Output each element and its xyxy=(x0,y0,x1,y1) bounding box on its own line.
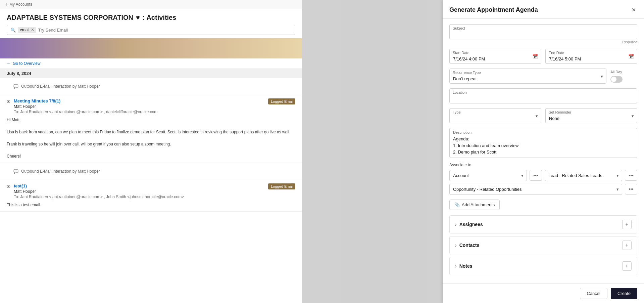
lead-select[interactable]: Lead - Related Sales Leads xyxy=(545,170,622,181)
activities-list: July 8, 2024 💬 Outbound E-Mail Interacti… xyxy=(0,69,302,303)
subject-field: Subject Required xyxy=(449,24,637,44)
tag-text: email xyxy=(20,28,30,32)
chat-icon-2: 💬 xyxy=(13,169,18,174)
appointment-modal: Generate Appointment Agenda ✕ Subject Re… xyxy=(443,0,644,303)
assignees-chevron-icon: › xyxy=(455,222,457,227)
email-content-2: test(1) Matt Hooper To: Jani Rautiainen … xyxy=(14,183,265,199)
associate-label: Associate to xyxy=(449,163,637,167)
search-bar[interactable]: 🔍 email ✕ xyxy=(7,25,295,35)
create-button[interactable]: Create xyxy=(611,288,637,299)
assignees-label: Assignees xyxy=(459,222,483,227)
contacts-chevron-icon: › xyxy=(455,243,457,248)
all-day-label: All Day xyxy=(610,70,622,74)
modal-footer: Cancel Create xyxy=(443,284,644,303)
type-field: Type ▾ xyxy=(449,108,541,123)
list-item: ✉ Meeting Minutes 7/8(1) Matt Hooper To:… xyxy=(0,95,302,163)
description-label: Description xyxy=(453,130,472,134)
email-icon: ✉ xyxy=(7,99,10,114)
date-row: Start Date 📅 End Date 📅 xyxy=(449,49,637,64)
remove-tag-button[interactable]: ✕ xyxy=(31,28,34,32)
contacts-section: › Contacts + xyxy=(449,236,637,254)
list-item: ✉ test(1) Matt Hooper To: Jani Rautiaine… xyxy=(0,180,302,212)
add-assignee-button[interactable]: + xyxy=(622,220,632,229)
company-name: ADAPTABLE SYSTEMS CORPORATION xyxy=(7,14,133,21)
opportunity-more-options-button[interactable]: ••• xyxy=(625,184,637,194)
add-note-button[interactable]: + xyxy=(622,261,632,271)
modal-header: Generate Appointment Agenda ✕ xyxy=(443,0,644,19)
go-to-overview-button[interactable]: ← Go to Overview xyxy=(0,58,302,69)
search-icon: 🔍 xyxy=(10,28,16,33)
cancel-button[interactable]: Cancel xyxy=(580,288,607,299)
reminder-select[interactable]: None xyxy=(545,108,637,123)
recurrence-row: Recurrence Type Don't repeat ▾ All Day xyxy=(449,69,637,84)
add-contact-button[interactable]: + xyxy=(622,241,632,250)
up-arrow-icon: ↑ xyxy=(5,2,7,7)
account-select[interactable]: Account xyxy=(449,170,527,181)
left-panel: ↑ My Accounts ADAPTABLE SYSTEMS CORPORAT… xyxy=(0,0,302,303)
outbound-label-1: 💬 Outbound E-Mail Interaction by Matt Ho… xyxy=(7,81,295,91)
assignees-title: › Assignees xyxy=(455,222,483,227)
assignees-header[interactable]: › Assignees + xyxy=(450,216,637,233)
close-modal-button[interactable]: ✕ xyxy=(630,5,637,14)
page-subtitle: : Activities xyxy=(143,14,176,21)
all-day-field: All Day xyxy=(610,69,637,84)
reminder-field: Set Reminder None ▾ xyxy=(545,108,637,123)
start-date-calendar-icon[interactable]: 📅 xyxy=(532,54,538,59)
notes-header[interactable]: › Notes + xyxy=(450,257,637,275)
location-field: Location xyxy=(449,88,637,103)
assignees-section: › Assignees + xyxy=(449,215,637,233)
email-tag[interactable]: email ✕ xyxy=(18,27,36,33)
heart-icon: ♥ xyxy=(136,14,140,21)
right-panel: Generate Appointment Agenda ✕ Subject Re… xyxy=(302,0,644,303)
breadcrumb-bar: ↑ My Accounts xyxy=(0,0,302,9)
description-content[interactable]: Agenda: 1. Introduction and team overvie… xyxy=(453,136,634,156)
email-content-1: Meeting Minutes 7/8(1) Matt Hooper To: J… xyxy=(14,98,265,114)
email-body-2: This is a test email. xyxy=(7,202,295,208)
logged-badge-2: Logged Emai xyxy=(268,183,295,189)
breadcrumb-text[interactable]: My Accounts xyxy=(9,2,32,7)
chat-icon: 💬 xyxy=(13,84,18,89)
back-arrow-icon: ← xyxy=(7,61,11,66)
subject-input[interactable] xyxy=(449,24,637,39)
required-hint: Required xyxy=(449,40,637,44)
associate-row-1: Account ▾ ••• Lead - Related Sales Leads… xyxy=(449,170,637,181)
outbound-text-2: Outbound E-Mail Interaction by Matt Hoop… xyxy=(21,169,100,174)
type-select[interactable] xyxy=(449,108,541,123)
modal-title: Generate Appointment Agenda xyxy=(449,6,538,13)
date-header: July 8, 2024 xyxy=(0,69,302,78)
banner-image xyxy=(0,38,302,58)
add-attachments-label: Add Attachments xyxy=(462,202,495,207)
all-day-toggle[interactable] xyxy=(610,76,623,83)
contacts-label: Contacts xyxy=(459,243,480,248)
notes-chevron-icon: › xyxy=(455,263,457,269)
search-input[interactable] xyxy=(38,28,292,33)
page-title: ADAPTABLE SYSTEMS CORPORATION ♥ : Activi… xyxy=(0,9,302,25)
email-title-1[interactable]: Meeting Minutes 7/8(1) xyxy=(14,98,265,103)
email-from-2: Matt Hooper xyxy=(14,189,265,194)
end-date-label: End Date xyxy=(549,51,564,55)
email-to-2: To: Jani Rautiainen <jani.rautiainen@ora… xyxy=(14,194,265,199)
logged-badge-1: Logged Emai xyxy=(268,98,295,104)
recurrence-field: Recurrence Type Don't repeat ▾ xyxy=(449,69,606,84)
contacts-title: › Contacts xyxy=(455,243,480,248)
notes-label: Notes xyxy=(459,263,473,269)
type-reminder-row: Type ▾ Set Reminder None ▾ xyxy=(449,108,637,123)
location-input[interactable] xyxy=(449,88,637,103)
end-date-field: End Date 📅 xyxy=(545,49,637,64)
notes-title: › Notes xyxy=(455,263,473,269)
contacts-header[interactable]: › Contacts + xyxy=(450,236,637,254)
start-date-label: Start Date xyxy=(453,51,469,55)
account-more-options-button[interactable]: ••• xyxy=(530,170,542,181)
recurrence-select[interactable]: Don't repeat xyxy=(449,69,606,84)
notes-section: › Notes + xyxy=(449,257,637,275)
associate-section: Associate to Account ▾ ••• Lead - Relate… xyxy=(449,163,637,195)
email-icon-2: ✉ xyxy=(7,184,10,199)
lead-more-options-button[interactable]: ••• xyxy=(625,170,637,181)
email-title-2[interactable]: test(1) xyxy=(14,183,265,188)
email-body-1: Hi Matt, Lisa is back from vacation, can… xyxy=(7,117,295,159)
go-back-label: Go to Overview xyxy=(13,61,41,66)
email-to-1: To: Jani Rautiainen <jani.rautiainen@ora… xyxy=(14,110,265,114)
opportunity-select[interactable]: Opportunity - Related Opportunities xyxy=(449,184,622,195)
add-attachments-button[interactable]: 📎 Add Attachments xyxy=(449,200,500,210)
end-date-calendar-icon[interactable]: 📅 xyxy=(628,54,634,59)
